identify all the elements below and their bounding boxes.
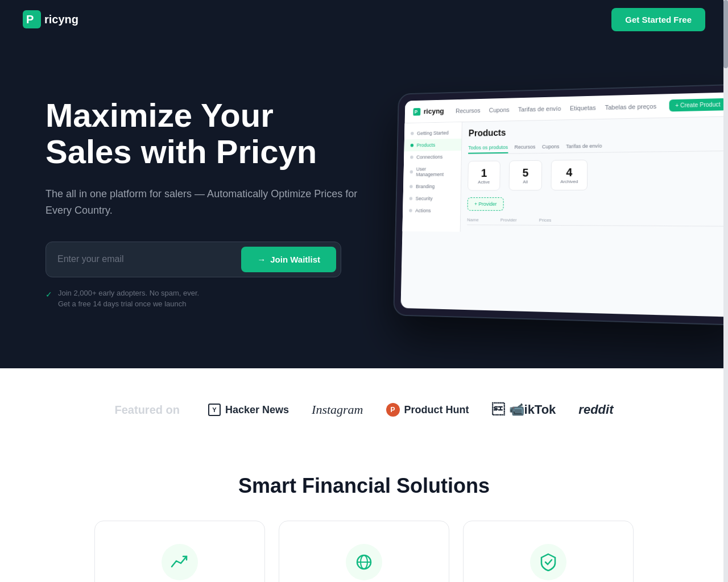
hero-section: Maximize Your Sales with Pricyn The all …	[0, 39, 728, 368]
logo-icon: P	[23, 10, 41, 28]
hero-content: Maximize Your Sales with Pricyn The all …	[46, 97, 375, 309]
shield-check-icon: ✓	[46, 289, 52, 301]
tab-cupons[interactable]: Cupons	[542, 142, 560, 153]
instagram-logo[interactable]: Instagram	[312, 402, 363, 417]
product-hunt-icon: P	[386, 403, 400, 417]
hacker-news-logo[interactable]: Y Hacker News	[208, 404, 289, 416]
sidebar-item-branding[interactable]: Branding	[403, 180, 461, 193]
sidebar-dot-icon	[411, 132, 414, 135]
svg-text:P: P	[415, 109, 418, 114]
scrollbar[interactable]	[723, 0, 728, 582]
tiktok-logo[interactable]:  📹ikTok	[492, 402, 556, 417]
tablet-logo: P ricyng	[413, 107, 444, 116]
sidebar-item-user-management[interactable]: User Management	[403, 163, 461, 181]
logo: P ricyng	[23, 10, 78, 28]
hacker-news-text: Hacker News	[225, 404, 289, 416]
tablet-main-content: Products Todos os produtos Recursos Cupo…	[461, 117, 728, 234]
sidebar-dot-icon	[410, 185, 413, 188]
featured-label: Featured on	[115, 404, 180, 417]
tablet-stats: 1 Active 5 All 4 Archived	[468, 158, 728, 190]
join-waitlist-button[interactable]: → Join Waitlist	[241, 247, 336, 272]
feature-card-global	[279, 521, 449, 582]
sidebar-dot-icon	[410, 156, 413, 159]
tiktok-text: 📹ikTok	[509, 402, 556, 417]
stat-archived: 4 Archived	[551, 160, 588, 190]
hero-subtitle: The all in one platform for salers — Aut…	[46, 186, 375, 219]
get-started-button[interactable]: Get Started Free	[611, 8, 705, 31]
tablet-create-button[interactable]: + Create Product	[669, 98, 727, 112]
tablet-body: Getting Started Products Connections	[402, 117, 728, 234]
sidebar-dot-icon	[409, 209, 412, 213]
sidebar-item-security[interactable]: Security	[403, 193, 460, 205]
tablet-tabs: Todos os produtos Recursos Cupons Tarifa…	[468, 139, 728, 154]
sidebar-active-dot-icon	[411, 144, 414, 147]
tablet-outer: P ricyng Recursos Cupons Tarifas de enví…	[393, 84, 728, 326]
email-form: → Join Waitlist	[46, 242, 341, 277]
svg-text:P: P	[26, 13, 34, 26]
smart-title: Smart Financial Solutions	[23, 474, 705, 498]
global-icon	[346, 544, 382, 580]
reddit-text: reddit	[578, 402, 613, 417]
smart-section: Smart Financial Solutions	[0, 451, 728, 582]
instagram-text: Instagram	[312, 402, 363, 417]
sidebar-item-getting-started[interactable]: Getting Started	[404, 127, 462, 140]
trust-text: ✓ Join 2,000+ early adopters. No spam, e…	[46, 288, 375, 310]
email-input[interactable]	[57, 250, 241, 269]
tablet-nav: Recursos Cupons Tarifas de envío Etiquet…	[456, 102, 656, 114]
logo-text: ricyng	[44, 13, 78, 26]
sidebar-dot-icon	[410, 197, 413, 200]
tablet-mockup: P ricyng Recursos Cupons Tarifas de enví…	[387, 88, 728, 319]
hero-title: Maximize Your Sales with Pricyn	[46, 97, 375, 170]
reddit-logo[interactable]: reddit	[578, 402, 613, 417]
product-hunt-logo[interactable]: P Product Hunt	[386, 403, 469, 417]
hn-icon: Y	[208, 404, 221, 416]
tablet-screen: P ricyng Recursos Cupons Tarifas de enví…	[400, 92, 728, 317]
product-hunt-text: Product Hunt	[404, 404, 469, 416]
analytics-icon	[162, 544, 198, 580]
featured-section: Featured on Y Hacker News Instagram P Pr…	[0, 368, 728, 451]
shield-icon	[530, 544, 566, 580]
sidebar-item-actions[interactable]: Actions	[403, 205, 461, 217]
tablet-table-header: Name Provider Prices	[467, 215, 728, 226]
scrollbar-thumb[interactable]	[723, 0, 728, 68]
sidebar-dot-icon	[410, 171, 413, 174]
trust-message: Join 2,000+ early adopters. No spam, eve…	[58, 288, 199, 310]
arrow-icon: →	[257, 255, 266, 264]
feature-card-analytics	[94, 521, 265, 582]
tablet-add-provider-button[interactable]: + Provider	[468, 197, 504, 211]
sidebar-item-connections[interactable]: Connections	[404, 151, 461, 163]
navbar: P ricyng Get Started Free	[0, 0, 728, 39]
tiktok-icon: 	[492, 402, 504, 417]
tablet-sidebar: Getting Started Products Connections	[402, 122, 462, 232]
tab-recursos[interactable]: Recursos	[515, 142, 536, 153]
sidebar-item-products[interactable]: Products	[404, 139, 461, 152]
tablet-page-title: Products	[469, 124, 728, 139]
tab-tarifas[interactable]: Tarifas de envío	[566, 141, 602, 153]
feature-cards	[23, 521, 705, 582]
stat-all: 5 All	[509, 160, 543, 191]
feature-card-security	[463, 521, 634, 582]
stat-active: 1 Active	[468, 161, 500, 191]
tab-all-products[interactable]: Todos os produtos	[468, 142, 508, 153]
